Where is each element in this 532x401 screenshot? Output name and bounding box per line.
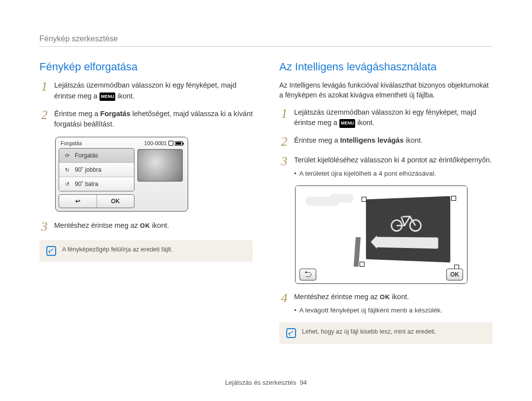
battery-icon [175, 141, 183, 146]
menu-item-label: 90˚ balra [75, 181, 98, 187]
rotate-left-icon: ↺ [63, 181, 71, 187]
rotate-right-icon: ↻ [63, 166, 71, 173]
footer-label: Lejátszás és szerkesztés [225, 379, 297, 386]
intro-text: Az Intelligens levágás funkcióval kivála… [279, 80, 493, 100]
step-text: Érintse meg a [54, 110, 100, 118]
step-text: ikont. [117, 92, 134, 100]
right-column: Az Intelligens levágáshasználata Az Inte… [279, 61, 493, 344]
menu-icon: MENU [339, 119, 356, 128]
ok-icon: OK [380, 293, 390, 301]
photo-preview [137, 149, 183, 182]
note-box: A fényképezőgép felülírja az eredeti fáj… [39, 240, 253, 262]
step-number: 1 [39, 80, 49, 102]
step-text: Terület kijelöléséhez válasszon ki 4 pon… [294, 156, 492, 164]
step-number: 2 [279, 135, 289, 148]
svg-point-1 [410, 220, 421, 231]
step-text: Mentéshez érintse meg az [54, 221, 140, 229]
ok-icon: OK [140, 222, 150, 229]
section-title-smartcrop: Az Intelligens levágáshasználata [279, 61, 493, 73]
step-number: 3 [279, 155, 289, 179]
crop-handle[interactable] [360, 262, 365, 267]
left-column: Fénykép elforgatása 1 Lejátszás üzemmódb… [39, 61, 253, 344]
step-text: Lejátszás üzemmódban válasszon ki egy fé… [294, 108, 476, 127]
step-text-bold: Intelligens levágás [340, 136, 404, 144]
cloud-shape [329, 194, 354, 203]
menu-item-label: Forgatás [75, 152, 98, 159]
step-text: ikont. [357, 119, 374, 126]
rotate-menu-item[interactable]: ↺ 90˚ balra [59, 177, 134, 191]
footer-page-number: 94 [300, 379, 307, 386]
menu-icon: MENU [100, 93, 116, 101]
rotate-menu-list: ⟳ Forgatás ↻ 90˚ jobbra ↺ 90˚ balra [59, 148, 134, 191]
menu-item-label: 90˚ jobbra [75, 166, 101, 173]
breadcrumb: Fénykép szerkesztése [39, 34, 493, 47]
device-counter: 100-0001 [144, 140, 167, 146]
section-title-rotate: Fénykép elforgatása [39, 61, 253, 73]
illus-back-button[interactable]: ⮌ [299, 269, 316, 280]
step-number: 1 [279, 107, 289, 129]
step-text: ikont. [152, 221, 169, 229]
page-footer: Lejátszás és szerkesztés 94 [0, 379, 532, 386]
arrow-left-icon [376, 237, 438, 248]
step-text: ikont. [392, 293, 409, 301]
bicycle-sign [366, 196, 450, 262]
crop-handle[interactable] [362, 197, 366, 202]
bicycle-icon [390, 210, 423, 232]
illus-ok-button[interactable]: OK [446, 269, 463, 280]
step-text-bold: Forgatás [100, 110, 131, 118]
note-icon [286, 328, 296, 338]
smart-crop-illustration: ⮌ OK [295, 185, 467, 284]
device-screenshot-rotate: Forgatás 100-0001 ⟳ Forgatás [55, 137, 188, 212]
rotate-menu-item[interactable]: ⟳ Forgatás [59, 149, 134, 163]
device-back-button[interactable]: ↩ [59, 195, 97, 208]
step-text: Mentéshez érintse meg az [294, 293, 380, 301]
device-ok-button[interactable]: OK [97, 195, 134, 208]
sd-card-icon [168, 141, 173, 146]
step-number: 4 [279, 292, 289, 315]
note-icon [46, 246, 56, 256]
step-text: Lejátszás üzemmódban válasszon ki egy fé… [54, 81, 236, 100]
step-number: 2 [39, 109, 49, 130]
crop-handle[interactable] [451, 196, 456, 201]
note-text: A fényképezőgép felülírja az eredeti fáj… [62, 246, 172, 253]
step-bullet: A területet újra kijelölheti a 4 pont el… [294, 169, 493, 179]
note-text: Lehet, hogy az új fájl kisebb lesz, mint… [302, 328, 436, 335]
note-box: Lehet, hogy az új fájl kisebb lesz, mint… [279, 322, 493, 344]
step-number: 3 [39, 220, 49, 233]
step-text: Érintse meg a [294, 136, 340, 144]
step-bullet: A levágott fényképet új fájlként menti a… [294, 306, 493, 315]
step-text: ikont. [405, 136, 423, 144]
device-header-label: Forgatás [61, 140, 82, 146]
rotate-menu-item[interactable]: ↻ 90˚ jobbra [59, 163, 134, 177]
rotate-off-icon: ⟳ [63, 152, 71, 159]
